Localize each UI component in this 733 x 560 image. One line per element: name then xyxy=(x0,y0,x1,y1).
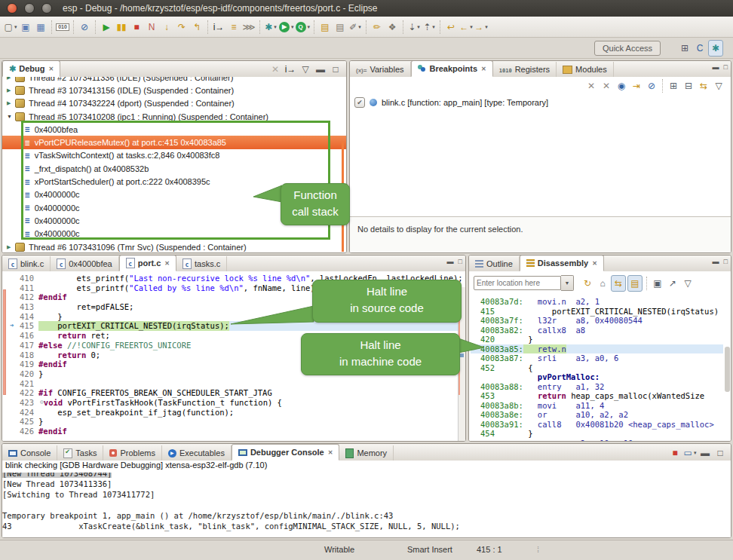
window-maximize-button[interactable] xyxy=(41,3,52,14)
expand-all-button[interactable]: ⊞ xyxy=(667,78,680,93)
disassembly-line[interactable]: pvPortMalloc: xyxy=(471,372,723,382)
show-debug-lines-button[interactable]: ≡ xyxy=(227,20,241,35)
close-icon[interactable]: ✕ xyxy=(592,260,597,267)
minimize-button[interactable]: ▬ xyxy=(698,445,712,461)
last-edit-location-button[interactable]: ↩ xyxy=(444,20,458,35)
disassembly-line[interactable]: ➜40083a85: retw.n xyxy=(471,344,723,354)
dropdown-arrow-icon[interactable]: ▾ xyxy=(274,24,277,30)
dropdown-arrow-icon[interactable]: ▾ xyxy=(485,24,488,30)
disassembly-scrollbar[interactable] xyxy=(725,347,730,392)
debug-stack-frame-row[interactable]: ≡0x4000000c xyxy=(2,228,346,240)
quick-access-button[interactable]: Quick Access xyxy=(594,41,661,56)
link-with-debug-button[interactable]: ⇆ xyxy=(697,78,710,93)
search-button[interactable]: ✐▾ xyxy=(348,20,362,35)
back-button[interactable]: ←▾ xyxy=(459,20,473,35)
maximize-button[interactable]: □ xyxy=(329,62,342,77)
copy-to-clipboard-button[interactable]: ▣ xyxy=(651,276,664,291)
disassembly-line[interactable]: 40083a8b: movi a11, 4 xyxy=(471,401,723,411)
disassembly-line[interactable]: 452 { xyxy=(471,363,723,373)
location-dropdown-icon[interactable]: ▼ xyxy=(561,275,574,291)
forward-button[interactable]: →▾ xyxy=(474,20,488,35)
close-icon[interactable]: ✕ xyxy=(328,449,333,456)
step-over-button[interactable]: ↷ xyxy=(175,20,189,35)
refresh-button[interactable]: ↻ xyxy=(581,276,594,291)
debug-button[interactable]: ✱▾ xyxy=(264,20,278,35)
tab-memory[interactable]: Memory xyxy=(339,445,394,461)
disassembly-line[interactable]: or a2, a10, a10 xyxy=(471,439,723,442)
editor-line[interactable]: 422#if CONFIG_FREERTOS_BREAK_ON_SCHEDULE… xyxy=(8,388,458,398)
disassembly-code-area[interactable]: 40083a7d: movi.n a2, 1415 portEXIT_CRITI… xyxy=(471,297,723,441)
use-step-filters-button[interactable]: ⋙ xyxy=(242,20,256,35)
disassembly-line[interactable]: 40083a7d: movi.n a2, 1 xyxy=(471,297,723,307)
save-all-button[interactable]: ▦ xyxy=(34,20,48,35)
editor-line[interactable]: 426#endif xyxy=(8,427,458,436)
open-project-button[interactable]: ▤ xyxy=(333,20,347,35)
skip-all-breakpoints-button[interactable]: ⊘ xyxy=(645,78,658,93)
editor-line[interactable]: 424 esp_set_breakpoint_if_jtag(function)… xyxy=(8,408,458,418)
save-button[interactable]: ▣ xyxy=(19,20,32,35)
window-close-button[interactable] xyxy=(7,3,17,14)
open-perspective-button[interactable]: ⊞ xyxy=(678,41,692,56)
breakpoint-checkbox[interactable] xyxy=(354,97,365,108)
dropdown-arrow-icon[interactable]: ▾ xyxy=(470,24,473,30)
tab-disassembly[interactable]: Disassembly✕ xyxy=(520,255,604,271)
debug-perspective-button[interactable]: ✱ xyxy=(708,40,723,57)
maximize-icon[interactable]: □ xyxy=(724,63,728,71)
toggle-mark-occurrences-button[interactable]: ✏ xyxy=(370,20,384,35)
new-c-project-button[interactable]: ▤ xyxy=(318,20,332,35)
editor-line[interactable]: ➜415 portEXIT_CRITICAL_NESTED(irqStatus)… xyxy=(8,321,458,331)
tab-port-c[interactable]: port.c✕ xyxy=(119,255,176,271)
go-to-file-button[interactable]: ⇥ xyxy=(630,78,643,93)
close-icon[interactable]: ✕ xyxy=(48,66,54,72)
tab-problems[interactable]: Problems xyxy=(103,445,161,461)
collapse-icon[interactable] xyxy=(7,114,15,119)
editor-line[interactable]: 421 xyxy=(8,379,458,389)
tab-breakpoints[interactable]: Breakpoints✕ xyxy=(411,60,493,77)
minimize-button[interactable]: ▬ xyxy=(314,62,327,77)
dropdown-arrow-icon[interactable]: ▾ xyxy=(694,450,697,456)
show-supported-breakpoints-button[interactable]: ◉ xyxy=(615,78,628,93)
collapse-all-button[interactable]: ⊟ xyxy=(682,78,695,93)
tab-debug[interactable]: Debug ✕ xyxy=(2,60,60,77)
window-minimize-button[interactable] xyxy=(24,3,35,14)
remove-all-terminated-button[interactable]: ✕ xyxy=(268,62,282,77)
terminate-button[interactable]: ■ xyxy=(130,20,143,35)
debug-thread-row[interactable]: Thread #6 1073431096 (Tmr Svc) (Suspende… xyxy=(2,240,346,252)
dropdown-arrow-icon[interactable]: ▾ xyxy=(417,24,420,30)
tab-0x4000bfea[interactable]: 0x4000bfea xyxy=(51,256,119,271)
terminate-console-button[interactable]: ■ xyxy=(668,445,682,461)
maximize-icon[interactable]: □ xyxy=(459,258,462,265)
breakpoint-list-item[interactable]: blink.c [function: app_main] [type: Temp… xyxy=(354,97,548,108)
debug-stack-frame-row[interactable]: ≡vPortCPUReleaseMutex() at port.c:415 0x… xyxy=(2,136,346,148)
minimize-icon[interactable]: ▬ xyxy=(713,63,719,71)
maximize-button[interactable]: □ xyxy=(713,445,727,461)
disassembly-line[interactable]: 40083a88: entry a1, 32 xyxy=(471,382,723,392)
dropdown-arrow-icon[interactable]: ▾ xyxy=(308,24,311,30)
toggle-block-selection-button[interactable]: ❖ xyxy=(385,20,399,35)
instruction-stepping-button[interactable]: i→ xyxy=(212,20,225,35)
view-menu-button[interactable]: ▽ xyxy=(712,78,725,93)
disassembly-line[interactable]: 40083a7f: l32r a8, 0x40080544 xyxy=(471,316,723,326)
remove-breakpoint-button[interactable]: ✕ xyxy=(584,78,598,93)
open-new-view-button[interactable]: ↗ xyxy=(666,276,679,291)
tab-blink-c[interactable]: blink.c xyxy=(2,256,51,271)
disassembly-line[interactable]: 40083a87: srli a3, a0, 6 xyxy=(471,353,723,363)
disconnect-button[interactable]: N xyxy=(145,20,158,35)
expand-icon[interactable] xyxy=(7,100,15,106)
binary-view-button[interactable]: 010 xyxy=(56,20,69,35)
view-menu-button[interactable]: ▽ xyxy=(681,276,695,291)
console-output[interactable]: [New Thread 1073408744][New Thread 10734… xyxy=(2,473,731,537)
disassembly-line[interactable]: 40083a82: callx8 a8 xyxy=(471,326,723,335)
disassembly-line[interactable]: 40083a8e: or a10, a2, a2 xyxy=(471,410,723,420)
step-return-button[interactable]: ↰ xyxy=(190,20,204,35)
dropdown-arrow-icon[interactable]: ▾ xyxy=(432,24,435,30)
editor-line[interactable]: 425} xyxy=(8,417,458,427)
editor-line[interactable]: 423⊝void vPortFirstTaskHook(TaskFunction… xyxy=(8,398,458,408)
home-button[interactable]: ⌂ xyxy=(596,276,609,291)
maximize-icon[interactable]: □ xyxy=(724,258,728,265)
instruction-stepping-toggle-button[interactable]: i→ xyxy=(284,62,297,77)
minimize-icon[interactable]: ▬ xyxy=(447,258,454,265)
step-into-button[interactable]: ↓ xyxy=(160,20,173,35)
debug-thread-row[interactable]: Thread #4 1073432224 (dport) (Suspended … xyxy=(2,97,346,110)
debug-stack-frame-row[interactable]: ≡_frxt_dispatch() at 0x4008532b xyxy=(2,162,346,175)
